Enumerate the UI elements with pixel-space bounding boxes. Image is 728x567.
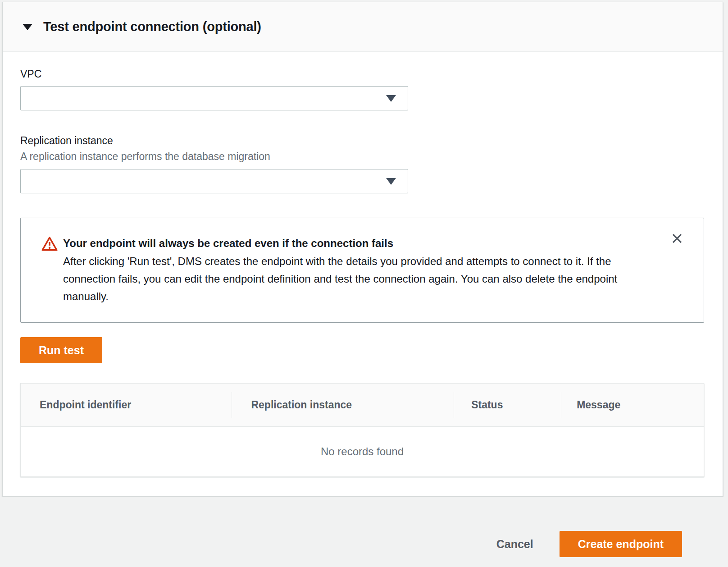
run-test-button[interactable]: Run test <box>20 337 102 363</box>
create-endpoint-button[interactable]: Create endpoint <box>560 531 682 557</box>
replication-instance-description: A replication instance performs the data… <box>20 149 704 164</box>
replication-instance-redacted-value <box>30 173 164 190</box>
replication-instance-select[interactable] <box>20 169 408 193</box>
cancel-button[interactable]: Cancel <box>494 531 536 557</box>
collapse-triangle-icon <box>23 24 32 30</box>
no-records-message: No records found <box>321 445 404 458</box>
form-actions-footer: Cancel Create endpoint <box>0 497 728 567</box>
warning-triangle-icon <box>41 234 58 305</box>
panel-header-toggle[interactable]: Test endpoint connection (optional) <box>3 2 723 52</box>
column-header-endpoint-identifier: Endpoint identifier <box>21 392 232 418</box>
warning-title: Your endpoint will always be created eve… <box>63 234 649 252</box>
vpc-select[interactable] <box>20 86 408 110</box>
warning-content: Your endpoint will always be created eve… <box>63 234 649 305</box>
warning-body: After clicking 'Run test', DMS creates t… <box>63 252 649 305</box>
vpc-field: VPC <box>20 67 704 110</box>
warning-alert: Your endpoint will always be created eve… <box>20 218 704 323</box>
table-empty-state: No records found <box>21 427 704 476</box>
replication-instance-label: Replication instance <box>20 134 704 147</box>
column-header-message: Message <box>561 392 704 418</box>
dropdown-arrow-icon <box>386 95 396 102</box>
table-header-row: Endpoint identifier Replication instance… <box>21 384 704 427</box>
panel-body: VPC Replication instance A replication i… <box>3 52 723 496</box>
close-icon[interactable] <box>668 229 687 248</box>
vpc-redacted-value <box>30 90 296 107</box>
column-header-status: Status <box>454 392 561 418</box>
vpc-label: VPC <box>20 67 704 81</box>
dropdown-arrow-icon <box>386 178 396 185</box>
test-results-table: Endpoint identifier Replication instance… <box>20 383 704 477</box>
column-header-replication-instance: Replication instance <box>232 392 454 418</box>
page: Test endpoint connection (optional) VPC … <box>0 2 728 567</box>
panel-title: Test endpoint connection (optional) <box>43 19 261 34</box>
test-endpoint-connection-panel: Test endpoint connection (optional) VPC … <box>2 2 723 497</box>
replication-instance-field: Replication instance A replication insta… <box>20 134 704 193</box>
